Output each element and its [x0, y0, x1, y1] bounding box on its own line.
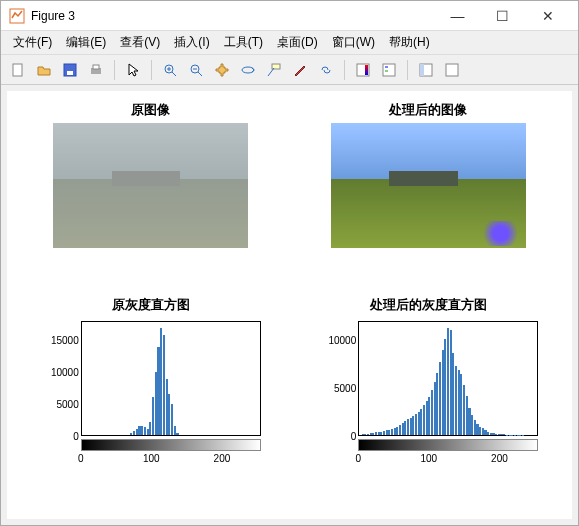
insert-legend-button[interactable] [378, 59, 400, 81]
brush-icon [292, 62, 308, 78]
svg-rect-1 [13, 64, 22, 76]
y-tick-label: 0 [73, 431, 79, 442]
x-tick-label: 100 [420, 453, 437, 464]
subplot-title: 处理后的灰度直方图 [370, 296, 487, 314]
grayscale-colorbar [81, 439, 261, 451]
new-figure-button[interactable] [7, 59, 29, 81]
y-tick-label: 10000 [328, 335, 356, 346]
original-image[interactable] [53, 123, 248, 248]
subplot-title: 原图像 [131, 101, 170, 119]
insert-colorbar-button[interactable] [352, 59, 374, 81]
x-tick-label: 0 [355, 453, 361, 464]
menubar: 文件(F) 编辑(E) 查看(V) 插入(I) 工具(T) 桌面(D) 窗口(W… [1, 31, 578, 55]
layout-b-icon [444, 62, 460, 78]
svg-rect-3 [67, 71, 73, 75]
axes [81, 321, 261, 436]
pointer-icon [125, 62, 141, 78]
zoom-in-icon [162, 62, 178, 78]
toolbar-separator [114, 60, 115, 80]
figure-window: Figure 3 — ☐ ✕ 文件(F) 编辑(E) 查看(V) 插入(I) 工… [0, 0, 579, 526]
subplot-title: 原灰度直方图 [112, 296, 190, 314]
menu-view[interactable]: 查看(V) [114, 31, 166, 54]
y-tick-label: 5000 [57, 399, 79, 410]
histogram-plot[interactable]: 0500010000150000100200 [36, 316, 266, 471]
edit-plot-button[interactable] [122, 59, 144, 81]
svg-line-11 [198, 72, 202, 76]
link-icon [318, 62, 334, 78]
image-region-buildings [112, 171, 180, 186]
toolbar-separator [151, 60, 152, 80]
menu-tools[interactable]: 工具(T) [218, 31, 269, 54]
pan-icon [214, 62, 230, 78]
brush-button[interactable] [289, 59, 311, 81]
subplot-processed-histogram: 处理后的灰度直方图 05000100000100200 [305, 296, 553, 509]
menu-insert[interactable]: 插入(I) [168, 31, 215, 54]
pan-button[interactable] [211, 59, 233, 81]
menu-edit[interactable]: 编辑(E) [60, 31, 112, 54]
show-plot-tools-button[interactable] [441, 59, 463, 81]
histogram-bars [82, 322, 260, 435]
save-button[interactable] [59, 59, 81, 81]
y-tick-label: 0 [351, 431, 357, 442]
y-tick-label: 10000 [51, 367, 79, 378]
link-button[interactable] [315, 59, 337, 81]
zoom-out-button[interactable] [185, 59, 207, 81]
subplot-original-image: 原图像 [27, 101, 275, 286]
grayscale-colorbar [358, 439, 538, 451]
close-button[interactable]: ✕ [525, 2, 570, 30]
layout-a-icon [418, 62, 434, 78]
y-tick-label: 15000 [51, 335, 79, 346]
histogram-bar [176, 433, 178, 435]
svg-rect-22 [420, 64, 424, 76]
image-region-flowers [479, 221, 522, 246]
menu-desktop[interactable]: 桌面(D) [271, 31, 324, 54]
svg-rect-17 [365, 65, 368, 75]
rotate-3d-icon [240, 62, 256, 78]
x-tick-label: 200 [491, 453, 508, 464]
processed-image[interactable] [331, 123, 526, 248]
y-tick-label: 5000 [334, 383, 356, 394]
zoom-in-button[interactable] [159, 59, 181, 81]
window-title: Figure 3 [31, 9, 435, 23]
print-button[interactable] [85, 59, 107, 81]
print-icon [88, 62, 104, 78]
colorbar-icon [355, 62, 371, 78]
histogram-bars [359, 322, 537, 435]
histogram-plot[interactable]: 05000100000100200 [313, 316, 543, 471]
svg-rect-5 [93, 65, 99, 69]
subplot-title: 处理后的图像 [389, 101, 467, 119]
svg-line-15 [268, 68, 274, 76]
menu-window[interactable]: 窗口(W) [326, 31, 381, 54]
subplot-processed-image: 处理后的图像 [305, 101, 553, 286]
data-cursor-icon [266, 62, 282, 78]
new-icon [10, 62, 26, 78]
subplot-original-histogram: 原灰度直方图 0500010000150000100200 [27, 296, 275, 509]
axes [358, 321, 538, 436]
image-region-buildings [389, 171, 457, 186]
rotate-button[interactable] [237, 59, 259, 81]
x-tick-label: 100 [143, 453, 160, 464]
zoom-out-icon [188, 62, 204, 78]
svg-rect-23 [446, 64, 458, 76]
legend-icon [381, 62, 397, 78]
open-button[interactable] [33, 59, 55, 81]
toolbar-separator [407, 60, 408, 80]
data-cursor-button[interactable] [263, 59, 285, 81]
menu-file[interactable]: 文件(F) [7, 31, 58, 54]
svg-rect-18 [383, 64, 395, 76]
toolbar [1, 55, 578, 85]
hide-plot-tools-button[interactable] [415, 59, 437, 81]
maximize-button[interactable]: ☐ [480, 2, 525, 30]
x-tick-label: 0 [78, 453, 84, 464]
matlab-figure-icon [9, 8, 25, 24]
image-region-ground [53, 179, 248, 248]
x-tick-label: 200 [214, 453, 231, 464]
menu-help[interactable]: 帮助(H) [383, 31, 436, 54]
toolbar-separator [344, 60, 345, 80]
subplot-grid: 原图像 处理后的图像 原灰度直方图 [7, 91, 572, 519]
svg-line-7 [172, 72, 176, 76]
folder-open-icon [36, 62, 52, 78]
minimize-button[interactable]: — [435, 2, 480, 30]
figure-canvas: 原图像 处理后的图像 原灰度直方图 [7, 91, 572, 519]
save-icon [62, 62, 78, 78]
